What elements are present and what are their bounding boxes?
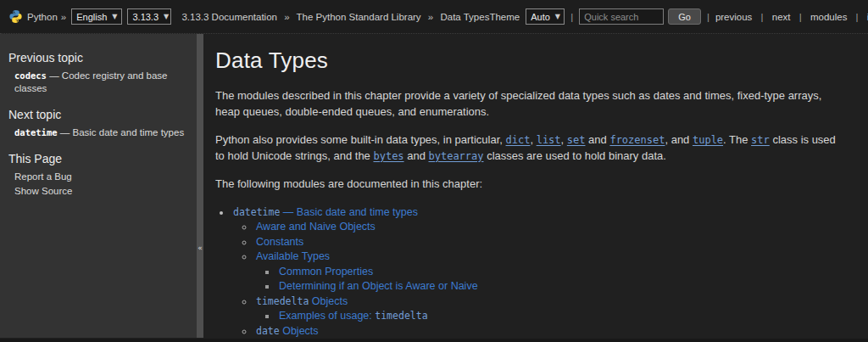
report-a-bug-link[interactable]: Report a Bug — [8, 171, 186, 183]
nav-link-next[interactable]: next — [772, 12, 791, 22]
toc-item: Aware and Naive Objects — [254, 220, 848, 235]
toc-link-determining-aware-naive[interactable]: Determining if an Object is Aware or Nai… — [279, 280, 478, 292]
breadcrumb-standard-library[interactable]: The Python Standard Library — [297, 12, 421, 22]
toc-item-datetime: datetime — Basic date and time types Awa… — [231, 205, 848, 339]
toc-link-examples-timedelta[interactable]: Examples of usage: timedelta — [279, 310, 428, 322]
dict-link[interactable]: dict — [506, 134, 531, 146]
toc-link-aware-naive[interactable]: Aware and Naive Objects — [256, 221, 376, 233]
sidebar-collapse-handle[interactable]: « — [197, 34, 203, 338]
toc-list: datetime — Basic date and time types Awa… — [231, 205, 848, 339]
window-bottom-edge — [0, 339, 868, 342]
toc-link-timedelta-objects[interactable]: timedelta Objects — [256, 295, 348, 307]
quick-search-input[interactable] — [579, 8, 664, 25]
breadcrumb: 3.13.3 Documentation » The Python Standa… — [181, 12, 489, 22]
toc-subsublist: Common Properties Determining if an Obje… — [277, 265, 848, 294]
nav-link-modules[interactable]: modules — [810, 12, 847, 22]
chevron-down-icon: ▼ — [164, 13, 169, 20]
builtin-types-paragraph: Python also provides some built-in data … — [215, 132, 848, 164]
brand-label: Python — [27, 12, 58, 22]
next-topic-link[interactable]: datetime — [14, 127, 58, 137]
toc-item: Determining if an Object is Aware or Nai… — [277, 279, 848, 294]
next-topic-heading: Next topic — [8, 108, 186, 121]
breadcrumb-documentation[interactable]: 3.13.3 Documentation — [181, 12, 277, 22]
toc-sublist: Aware and Naive Objects Constants Availa… — [254, 220, 848, 338]
top-nav-bar: Python » English ▼ 3.13.3 ▼ 3.13.3 Docum… — [0, 0, 868, 34]
tuple-link[interactable]: tuple — [693, 134, 723, 146]
toc-item: Examples of usage: timedelta — [277, 309, 848, 324]
toc-item: date Objects Examples of Usage: date — [254, 324, 848, 339]
language-select[interactable]: English ▼ — [71, 8, 122, 25]
frozenset-link[interactable]: frozenset — [609, 134, 665, 146]
modules-intro-paragraph: The following modules are documented in … — [215, 177, 848, 193]
chevron-down-icon: ▼ — [112, 13, 117, 20]
this-page-heading: This Page — [8, 152, 186, 165]
theme-select[interactable]: Auto ▼ — [526, 8, 565, 25]
brand-separator: » — [61, 12, 66, 22]
bytes-link[interactable]: bytes — [373, 150, 403, 162]
set-link[interactable]: set — [567, 134, 586, 146]
previous-topic-item: codecs — Codec registry and base classes — [8, 70, 186, 95]
previous-topic-link[interactable]: codecs — [14, 70, 47, 81]
version-select[interactable]: 3.13.3 ▼ — [127, 8, 171, 25]
str-link[interactable]: str — [751, 134, 770, 146]
rel-nav: previous | next | modules | index — [715, 12, 868, 22]
page-title: Data Types — [215, 48, 848, 74]
toc-subsublist: Examples of usage: timedelta — [277, 309, 848, 324]
toc-link-available-types[interactable]: Available Types — [256, 250, 330, 262]
python-logo-icon[interactable] — [8, 9, 23, 24]
show-source-link[interactable]: Show Source — [8, 185, 186, 198]
content-area: Data Types The modules described in this… — [203, 34, 868, 338]
breadcrumb-data-types[interactable]: Data Types — [440, 12, 489, 22]
chevron-down-icon: ▼ — [555, 13, 560, 20]
nav-link-previous[interactable]: previous — [715, 12, 752, 22]
collapse-sidebar-icon: « — [197, 244, 203, 252]
toc-item: timedelta Objects Examples of usage: tim… — [254, 294, 848, 324]
toc-link-common-properties[interactable]: Common Properties — [279, 266, 373, 278]
previous-topic-heading: Previous topic — [8, 51, 186, 64]
toc-link-constants[interactable]: Constants — [256, 236, 303, 248]
toc-item: Common Properties — [277, 265, 848, 280]
next-topic-item: datetime — Basic date and time types — [8, 126, 186, 139]
list-link[interactable]: list — [537, 134, 561, 146]
intro-paragraph: The modules described in this chapter pr… — [215, 88, 848, 120]
theme-label: Theme — [489, 12, 520, 22]
toc-link-datetime[interactable]: datetime — Basic date and time types — [233, 206, 418, 218]
toc-item: Available Types Common Properties Determ… — [254, 249, 848, 294]
search-go-button[interactable]: Go — [668, 8, 701, 25]
sidebar: Previous topic codecs — Codec registry a… — [0, 34, 197, 338]
toc-item: Constants — [254, 235, 848, 250]
bytearray-link[interactable]: bytearray — [429, 150, 484, 162]
toc-link-date-objects[interactable]: date Objects — [256, 325, 319, 337]
